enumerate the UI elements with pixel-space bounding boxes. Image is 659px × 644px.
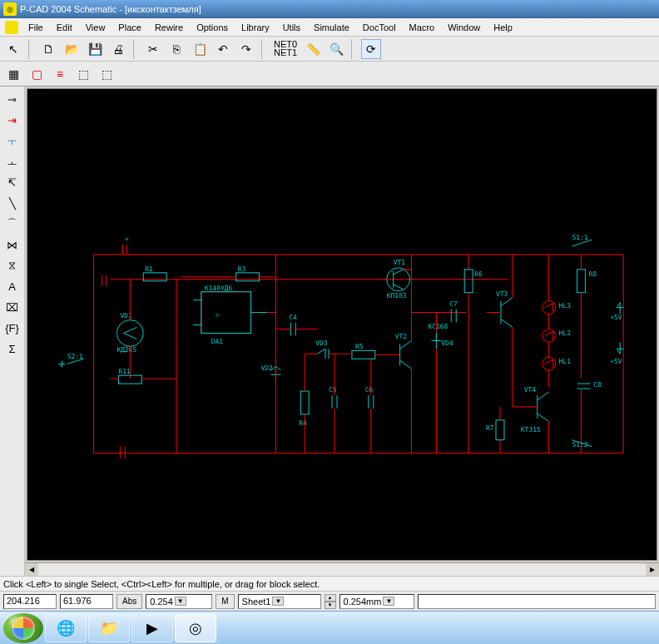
window-title: P-CAD 2004 Schematic - [иксконтактземля] [20, 4, 201, 14]
net0-label: NET0NET1 [274, 41, 297, 57]
menu-place[interactable]: Place [111, 21, 148, 34]
place-line-button[interactable]: ╲ [2, 194, 22, 212]
menu-macro[interactable]: Macro [403, 21, 442, 34]
svg-line-14 [123, 333, 136, 339]
new-button[interactable]: 🗋 [38, 39, 58, 59]
chevron-down-icon[interactable]: ▼ [383, 597, 394, 606]
chevron-down-icon[interactable]: ▼ [175, 597, 186, 606]
open-button[interactable]: 📂 [62, 39, 82, 59]
svg-text:+: + [125, 235, 129, 243]
taskbar-media[interactable]: ▶ [131, 614, 173, 642]
place-ieee-button[interactable]: Σ [2, 339, 22, 358]
sheet-combo[interactable]: Sheet1 ▼ [238, 594, 321, 609]
svg-point-101 [543, 301, 556, 315]
box-button[interactable]: ▢ [27, 64, 47, 84]
refresh-button[interactable]: ⟳ [361, 39, 381, 59]
units-combo[interactable]: 0.254mm ▼ [339, 594, 414, 609]
window-titlebar: ◎ P-CAD 2004 Schematic - [иксконтактземл… [0, 0, 659, 18]
place-attr-button[interactable]: ⌧ [2, 298, 22, 316]
place-text-button[interactable]: A [2, 277, 22, 295]
svg-line-97 [501, 320, 513, 328]
svg-text:+5V: +5V [610, 314, 622, 321]
menu-utils[interactable]: Utils [276, 21, 307, 34]
svg-rect-46 [300, 391, 309, 414]
command-line[interactable] [418, 594, 656, 609]
menu-doctool[interactable]: DocTool [356, 21, 403, 34]
scroll-right-button[interactable]: ▶ [646, 563, 659, 576]
svg-text:R3: R3 [238, 265, 246, 273]
svg-text:DA1: DA1 [211, 338, 224, 345]
menu-view[interactable]: View [79, 21, 112, 34]
svg-text:C4: C4 [289, 314, 297, 321]
app-icon: ◎ [3, 2, 17, 16]
grid-button[interactable]: ▦ [3, 64, 23, 84]
menu-help[interactable]: Help [487, 21, 519, 34]
menu-bar: File Edit View Place Rewire Options Libr… [0, 18, 659, 37]
grid-combo[interactable]: 0.254 ▼ [146, 594, 212, 609]
place-poly-button[interactable]: ⋈ [2, 235, 22, 254]
sheet-spinner[interactable]: ▲▼ [325, 594, 336, 609]
place-arc-button[interactable]: ⌒ [2, 215, 22, 233]
svg-rect-91 [464, 270, 473, 293]
comp1-button[interactable]: ⬚ [73, 64, 93, 84]
redo-button[interactable]: ↷ [236, 39, 256, 59]
svg-text:▷: ▷ [216, 311, 220, 319]
svg-text:VD4: VD4 [441, 339, 453, 347]
scroll-track[interactable] [38, 563, 646, 576]
menu-edit[interactable]: Edit [50, 21, 79, 34]
svg-point-102 [543, 329, 556, 342]
menu-file[interactable]: File [22, 21, 50, 34]
taskbar-ie[interactable]: 🌐 [45, 614, 87, 642]
net-tool[interactable]: NET0NET1 [271, 39, 300, 59]
place-toolbar: ⊸ ⇥ ㅜ ㅗ ↸ ╲ ⌒ ⋈ ⧖ A ⌧ {F} Σ [0, 87, 25, 576]
place-field-button[interactable]: {F} [2, 319, 22, 337]
svg-line-76 [394, 285, 404, 290]
svg-text:VT1: VT1 [394, 259, 406, 266]
menu-simulate[interactable]: Simulate [307, 21, 356, 34]
zoom-button[interactable]: 🔍 [326, 39, 346, 59]
scroll-left-button[interactable]: ◀ [25, 563, 38, 576]
svg-line-75 [394, 270, 404, 275]
menu-library[interactable]: Library [235, 21, 276, 34]
svg-rect-59 [352, 350, 375, 359]
chevron-down-icon[interactable]: ▼ [272, 597, 284, 606]
place-refpoint-button[interactable]: ⧖ [2, 256, 22, 275]
svg-text:R11: R11 [118, 368, 131, 375]
svg-text:КП103: КП103 [387, 292, 407, 300]
start-button[interactable] [3, 613, 43, 643]
cut-button[interactable]: ✂ [143, 39, 163, 59]
place-part-button[interactable]: ⊸ [2, 90, 22, 108]
copy-button[interactable]: ⎘ [166, 39, 186, 59]
svg-line-120 [538, 392, 549, 400]
svg-text:+5V: +5V [610, 358, 622, 365]
menu-options[interactable]: Options [190, 21, 235, 34]
taskbar-explorer[interactable]: 📁 [88, 614, 130, 642]
sheet-value: Sheet1 [242, 597, 271, 607]
svg-text:R5: R5 [355, 343, 364, 350]
select-tool[interactable]: ↖ [3, 39, 23, 59]
comp2-button[interactable]: ⬚ [97, 64, 116, 84]
svg-rect-32 [236, 273, 260, 281]
list-button[interactable]: ≡ [50, 64, 70, 84]
grid-value: 0.254 [150, 597, 173, 607]
m-button[interactable]: M [216, 594, 234, 609]
print-button[interactable]: 🖨 [108, 39, 128, 59]
taskbar-pcad[interactable]: ◎ [175, 614, 216, 642]
place-pin-button[interactable]: ↸ [2, 173, 22, 191]
svg-text:VD3: VD3 [315, 339, 328, 347]
place-wire-button[interactable]: ⇥ [2, 111, 22, 129]
windows-orb-icon [12, 617, 35, 640]
horizontal-scrollbar[interactable]: ◀ ▶ [25, 562, 659, 576]
place-bus-button[interactable]: ㅜ [2, 131, 22, 150]
place-port-button[interactable]: ㅗ [2, 152, 22, 171]
svg-text:К140УД6: К140УД6 [205, 285, 233, 292]
menu-rewire[interactable]: Rewire [148, 21, 190, 34]
paste-button[interactable]: 📋 [190, 39, 210, 59]
schematic-canvas[interactable]: + R1 VD1 КД265 R11 [27, 88, 657, 561]
menu-window[interactable]: Window [441, 21, 487, 34]
abs-button[interactable]: Abs [116, 594, 142, 609]
svg-text:C8: C8 [593, 381, 602, 389]
undo-button[interactable]: ↶ [213, 39, 233, 59]
measure-button[interactable]: 📏 [303, 39, 323, 59]
save-button[interactable]: 💾 [85, 39, 105, 59]
